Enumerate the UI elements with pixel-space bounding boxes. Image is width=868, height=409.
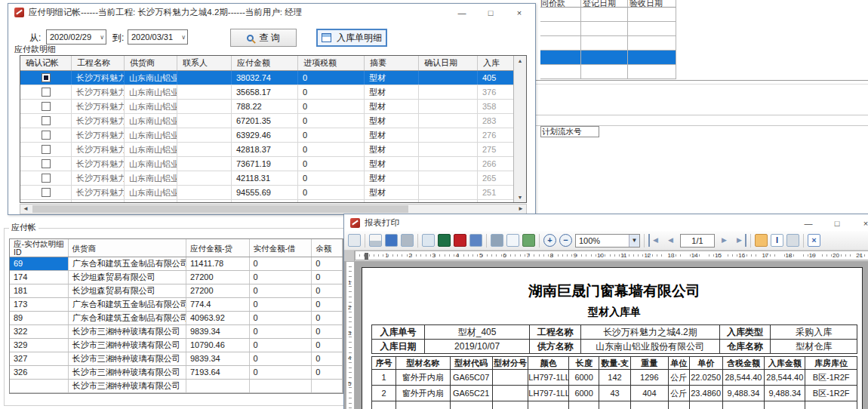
page-layout-icon[interactable] [506,234,519,247]
grid-row[interactable]: 89广东合和建筑五金制品有限公司40963.9200 [10,312,343,325]
confirm-checkbox[interactable] [42,116,51,125]
minimize-icon[interactable]: — [448,8,476,17]
detail-cell: 窗外开内扇 [396,370,451,385]
zoom-level-select[interactable]: 100%▼ [575,234,640,248]
book-icon[interactable] [385,234,398,247]
report-preview-area[interactable]: 12345 湖南巨晟门窗幕墙有限公司 型材入库单 入库单号型材_405工程名称长… [344,261,868,409]
minimize-icon[interactable]: — [794,219,823,228]
grid-row[interactable] [540,65,676,79]
prev-icon[interactable]: ◀ [664,234,677,247]
confirm-checkbox[interactable] [42,73,51,82]
grid-row[interactable]: 长沙万科魅力...山东南山铝业...67201.350型材283 [20,114,526,128]
column-header[interactable]: 应付金额 [232,56,298,70]
grid-row[interactable]: 329长沙市三湘特种玻璃有限公司10790.4600 [10,339,343,352]
payable-summary-grid: 应-实付款明细ID供货商应付金额-贷实付金额-借余额 69广东合和建筑五金制品有… [9,238,343,394]
confirm-checkbox[interactable] [42,188,51,197]
scroll-left-icon[interactable]: ◄ [20,204,31,214]
window-titlebar[interactable]: 报表打印 [344,214,868,232]
column-header[interactable]: 工程名称 [72,56,125,70]
inbound-detail-button[interactable]: 入库单明细 [316,29,387,47]
grid-row[interactable]: 322长沙市三湘特种玻璃有限公司9839.3400 [10,325,343,339]
grid-row[interactable] [540,36,676,51]
last-icon[interactable]: ▶ [734,234,746,247]
vertical-scrollbar[interactable]: ▲ ▼ [513,56,526,202]
excel-icon[interactable] [438,234,451,247]
chevron-down-icon[interactable]: ▼ [629,235,639,247]
text-select-icon[interactable]: I [771,234,783,247]
close-icon[interactable]: × [851,219,868,228]
close-icon[interactable]: × [505,8,534,17]
grid-row[interactable]: 长沙万科魅力...山东南山铝业...3895.840型材250 [20,200,526,203]
table-icon[interactable] [522,234,535,247]
zoom-out-icon[interactable]: − [559,234,572,247]
maximize-icon[interactable]: □ [823,219,851,228]
scrollbar-thumb[interactable] [32,205,408,213]
grid-row[interactable]: 长沙万科魅力...山东南山铝业...73671.190型材266 [20,157,526,171]
grid-row[interactable]: 长沙万科魅力...山东南山铝业...35658.170型材376 [20,85,526,100]
image-icon[interactable] [469,234,482,247]
grid-row[interactable]: 181长沙坦森贸易有限公司2720000 [10,284,343,298]
info-value: 2019/10/07 [425,340,531,353]
to-date-select[interactable]: 2020/03/31 ∨ [128,29,188,45]
column-header[interactable]: 确认日期 [419,56,478,70]
grid-row[interactable] [540,8,676,22]
confirm-checkbox[interactable] [42,102,51,111]
export-icon[interactable] [422,234,435,247]
grid-row[interactable]: 长沙市三湘特种玻璃有限公司 [10,380,343,393]
grid-row[interactable]: 长沙万科魅力...山东南山铝业...42118.310型材265 [20,171,526,186]
ruler-number: 19 [809,252,816,259]
page-number-input[interactable]: 1/1 [680,234,715,248]
save-icon[interactable] [491,234,503,247]
confirm-checkbox[interactable] [42,145,51,154]
column-header[interactable]: 入库 [478,56,515,70]
column-header[interactable]: 实付金额-借 [250,239,312,257]
inbound-form-icon [322,33,331,42]
print-icon[interactable] [369,234,382,247]
column-header[interactable]: 联系人 [177,56,232,70]
column-header[interactable]: 供货商 [69,239,186,257]
background-table: 合同价款登记日期验收日期 [540,0,676,79]
confirm-checkbox[interactable] [42,131,51,140]
scroll-up-icon[interactable]: ▲ [514,58,526,63]
confirm-checkbox[interactable] [42,88,51,97]
grid-row[interactable]: 长沙万科魅力...山东南山铝业...63929.460型材276 [20,128,526,143]
design-icon[interactable] [348,234,361,247]
hand-icon[interactable] [755,234,768,247]
copy-icon[interactable] [786,234,799,247]
grid-row[interactable]: 174长沙坦森贸易有限公司2720000 [10,271,343,284]
column-header[interactable]: 应-实付款明细ID [10,239,69,257]
confirm-checkbox[interactable] [42,174,51,183]
column-header[interactable]: 确认记帐 [20,56,72,70]
horizontal-scrollbar[interactable]: ◄ ► [20,204,527,214]
grid-row[interactable] [540,22,676,36]
scroll-right-icon[interactable]: ► [516,204,526,214]
grid-row[interactable]: 长沙万科魅力...山东南山铝业...94555.690型材251 [20,186,526,200]
grid-row[interactable]: 长沙万科魅力...山东南山铝业...788.220型材358 [20,100,526,114]
grid-row[interactable]: 69广东合和建筑五金制品有限公司11411.7800 [10,257,343,271]
column-header[interactable]: 摘要 [365,56,419,70]
close-icon[interactable]: × [808,234,820,247]
serial-number-field[interactable]: 计划流水号 [540,126,599,137]
options-icon[interactable] [401,234,414,247]
grid-row[interactable]: 327长沙市三湘特种玻璃有限公司9839.3400 [10,352,343,366]
maximize-icon[interactable]: □ [476,8,505,17]
first-icon[interactable]: ◀ [648,234,661,247]
pdf-icon[interactable] [454,234,466,247]
scroll-down-icon[interactable]: ▼ [514,195,526,200]
confirm-checkbox[interactable] [42,159,51,168]
column-header[interactable]: 进项税额 [298,56,365,70]
from-date-select[interactable]: 2020/02/29 ∨ [46,29,106,45]
confirm-checkbox[interactable] [42,202,51,203]
grid-row[interactable]: 173广东合和建筑五金制品有限公司774.400 [10,298,343,312]
grid-row[interactable]: 326长沙市三湘特种玻璃有限公司7193.6400 [10,366,343,380]
next-icon[interactable]: ▶ [718,234,731,247]
grid-row[interactable]: 长沙万科魅力...山东南山铝业...42818.370型材275 [20,143,526,157]
column-header[interactable]: 应付金额-贷 [186,239,250,257]
query-button[interactable]: 查 询 [230,29,297,47]
grid-row[interactable]: 长沙万科魅力...山东南山铝业...38032.740型材405 [20,71,526,85]
column-header[interactable]: 供货商 [125,56,177,70]
column-header[interactable]: 余额 [312,239,343,257]
cell-credit: 774.4 [186,298,250,311]
grid-row[interactable] [540,51,676,65]
zoom-in-icon[interactable]: + [543,234,556,247]
